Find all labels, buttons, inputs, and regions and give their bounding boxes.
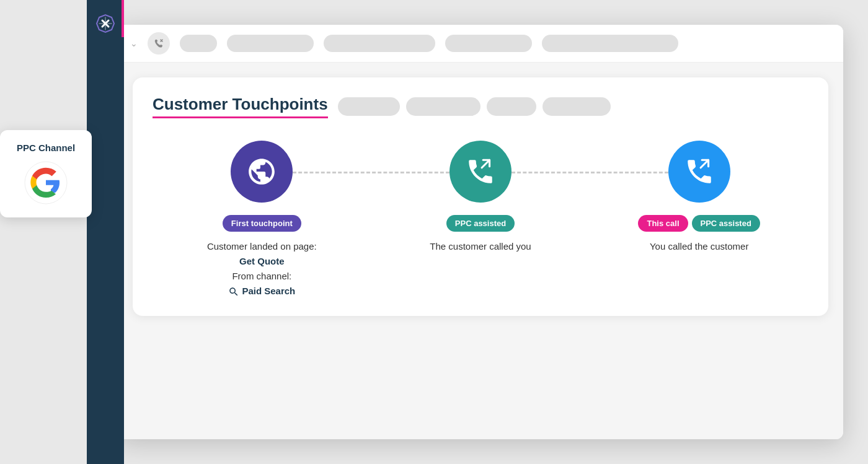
browser-content: Customer Touchpoints (118, 63, 843, 439)
globe-icon-wrap (231, 141, 293, 203)
toolbar-pill-4 (445, 35, 532, 52)
connector-2 (512, 172, 668, 173)
toolbar-pill-5 (542, 35, 678, 52)
chevron-down-icon[interactable]: ⌄ (130, 38, 138, 48)
app-wrapper: PPC Channel ⌄ (0, 0, 868, 464)
phone-outgoing-icon-wrap (668, 141, 730, 203)
touchpoint-2-line1: The customer called you (430, 241, 531, 252)
touchpoints-header: Customer Touchpoints (153, 95, 808, 118)
touchpoints-card: Customer Touchpoints (133, 77, 828, 316)
touchpoint-2-badges: PPC assisted (446, 215, 515, 232)
touchpoint-3-badges: This call PPC assisted (638, 215, 760, 232)
ppc-assisted-badge-1: PPC assisted (446, 215, 515, 232)
browser-window: ⌄ Customer Touchpoints (118, 25, 843, 439)
touchpoint-1-line2: From channel: (232, 271, 291, 281)
this-call-badge: This call (638, 215, 688, 232)
touchpoint-1-description: Customer landed on page: Get Quote From … (207, 239, 317, 299)
touchpoints-title: Customer Touchpoints (153, 95, 328, 118)
touchpoint-1-line1: Customer landed on page: (207, 241, 317, 252)
sidebar-logo (94, 12, 117, 35)
ppc-channel-label: PPC Channel (17, 142, 75, 153)
google-logo (24, 160, 68, 205)
header-pill-2 (406, 97, 480, 116)
toolbar-pill-3 (324, 35, 435, 52)
touchpoint-1-bold2: Paid Search (207, 284, 317, 299)
touchpoint-3-description: You called the customer (650, 239, 749, 254)
touchpoint-3-line1: You called the customer (650, 241, 749, 252)
header-pills (338, 97, 611, 116)
header-pill-3 (487, 97, 536, 116)
phone-incoming-icon-wrap (450, 141, 512, 203)
browser-toolbar: ⌄ (118, 25, 843, 63)
ppc-channel-card: PPC Channel (0, 130, 92, 217)
header-pill-4 (542, 97, 611, 116)
touchpoint-item-2: PPC assisted The customer called you (371, 141, 590, 254)
touchpoints-timeline: First touchpoint Customer landed on page… (153, 141, 808, 299)
touchpoint-2-description: The customer called you (430, 239, 531, 254)
paid-search-icon (228, 286, 239, 297)
touchpoint-item-3: This call PPC assisted You called the cu… (590, 141, 808, 254)
toolbar-pill-1 (180, 35, 217, 52)
touchpoint-item-1: First touchpoint Customer landed on page… (153, 141, 371, 299)
connector-1 (293, 172, 450, 173)
toolbar-pill-2 (227, 35, 314, 52)
sidebar (87, 0, 124, 464)
ppc-assisted-badge-2: PPC assisted (692, 215, 760, 232)
first-touchpoint-badge: First touchpoint (223, 215, 301, 232)
phone-icon-button[interactable] (148, 32, 170, 55)
touchpoint-1-bold: Get Quote (207, 254, 317, 269)
sidebar-accent (122, 0, 124, 37)
header-pill-1 (338, 97, 400, 116)
touchpoint-1-badges: First touchpoint (223, 215, 301, 232)
